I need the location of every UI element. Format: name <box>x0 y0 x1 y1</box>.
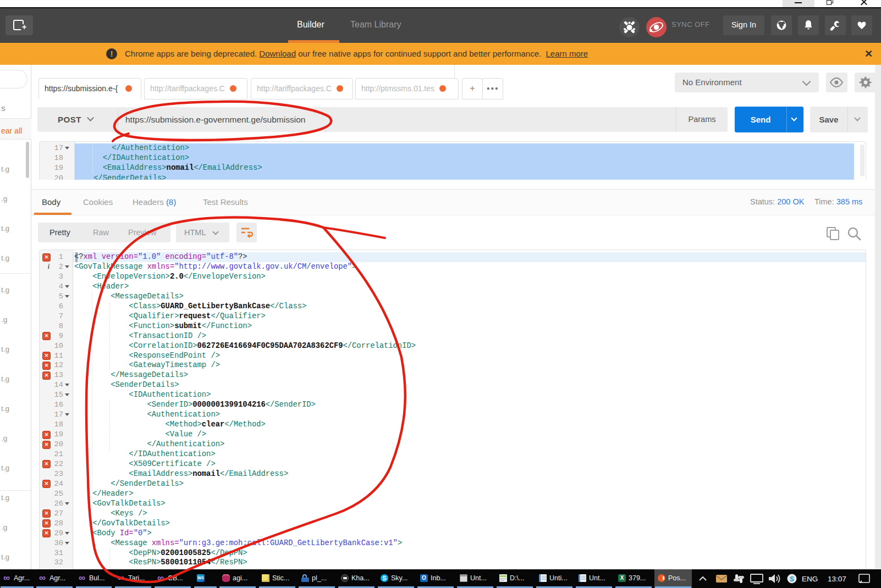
svg-text:S: S <box>790 575 794 583</box>
svg-text:ENG: ENG <box>802 575 818 583</box>
svg-text:13:07: 13:07 <box>828 575 846 583</box>
